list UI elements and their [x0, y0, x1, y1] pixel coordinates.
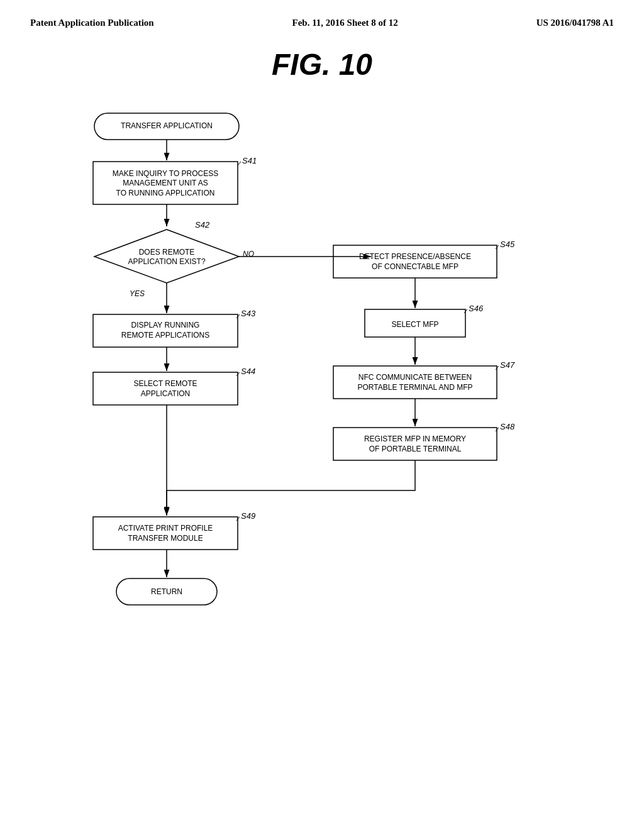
s46-label: S46 [469, 304, 484, 313]
s45-label: S45 [500, 240, 515, 249]
s41-label: S41 [242, 156, 257, 165]
s45-text1: DETECT PRESENCE/ABSENCE [359, 252, 471, 261]
s47-label: S47 [500, 360, 515, 370]
s42-no-label: NO [243, 250, 254, 258]
s41-text2: MANAGEMENT UNIT AS [123, 179, 208, 187]
s47-text2: PORTABLE TERMINAL AND MFP [358, 383, 473, 392]
s48-text2: OF PORTABLE TERMINAL [369, 445, 462, 453]
s49-text1: ACTIVATE PRINT PROFILE [118, 524, 213, 533]
s43-text1: DISPLAY RUNNING [131, 321, 200, 329]
s45-text2: OF CONNECTABLE MFP [372, 262, 458, 271]
s44-box [93, 372, 238, 405]
figure-title: FIG. 10 [0, 47, 644, 82]
s43-text2: REMOTE APPLICATIONS [121, 331, 209, 340]
s41-text3: TO RUNNING APPLICATION [116, 189, 215, 197]
s49-label: S49 [241, 511, 255, 521]
header-left: Patent Application Publication [30, 18, 154, 28]
s44-text1: SELECT REMOTE [133, 379, 197, 388]
header-right: US 2016/041798 A1 [536, 18, 614, 28]
s43-label: S43 [241, 309, 256, 318]
s49-text2: TRANSFER MODULE [128, 534, 203, 543]
return-label: RETURN [151, 587, 182, 596]
s42-label: S42 [195, 220, 210, 230]
arrow-s48-merge [167, 460, 415, 490]
s42-yes-label: YES [130, 289, 145, 298]
s41-text1: MAKE INQUIRY TO PROCESS [113, 169, 219, 178]
s44-label: S44 [241, 367, 255, 376]
transfer-app-label: TRANSFER APPLICATION [121, 121, 213, 130]
s47-box [333, 366, 497, 399]
s42-text1: DOES REMOTE [139, 248, 195, 257]
s45-box [333, 245, 497, 278]
page-header: Patent Application Publication Feb. 11, … [0, 0, 644, 28]
s48-text1: REGISTER MFP IN MEMORY [364, 434, 466, 443]
s47-text1: NFC COMMUNICATE BETWEEN [358, 373, 472, 382]
s49-box [93, 517, 238, 550]
s44-text2: APPLICATION [141, 389, 190, 398]
s48-label: S48 [500, 422, 515, 431]
header-middle: Feb. 11, 2016 Sheet 8 of 12 [292, 18, 398, 28]
s42-text2: APPLICATION EXIST? [128, 257, 205, 266]
s46-text: SELECT MFP [391, 320, 438, 329]
flowchart: TRANSFER APPLICATION MAKE INQUIRY TO PRO… [0, 101, 644, 780]
s48-box [333, 428, 497, 460]
